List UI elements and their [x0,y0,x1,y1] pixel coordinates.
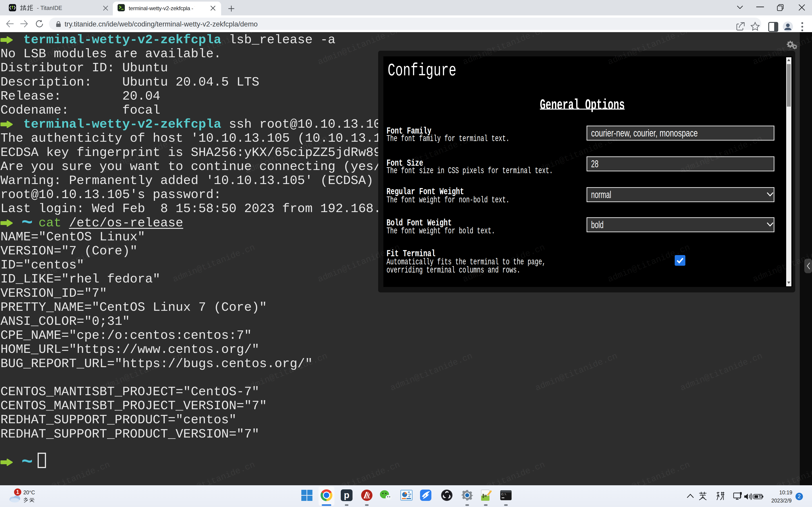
svg-text:C:\: C:\ [501,493,506,496]
